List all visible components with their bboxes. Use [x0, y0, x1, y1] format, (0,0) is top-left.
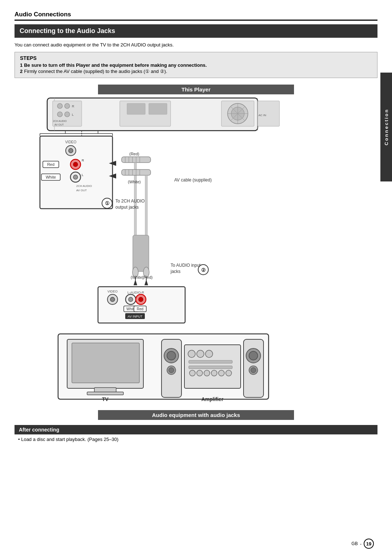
connection-sidebar: Connection — [380, 73, 392, 181]
svg-text:②: ② — [201, 267, 206, 273]
svg-text:R: R — [82, 159, 84, 162]
svg-rect-14 — [149, 103, 167, 114]
svg-text:L: L — [82, 173, 83, 177]
svg-rect-66 — [145, 175, 147, 242]
svg-point-119 — [204, 370, 210, 376]
svg-text:AC IN: AC IN — [258, 114, 266, 117]
svg-point-118 — [197, 370, 203, 376]
svg-text:Amplifier: Amplifier — [201, 396, 224, 402]
page-num: 19 — [364, 539, 374, 549]
svg-point-4 — [57, 103, 62, 109]
svg-text:To 2CH AUDIO: To 2CH AUDIO — [115, 199, 145, 204]
svg-text:Red: Red — [137, 307, 143, 311]
svg-text:AV OUT: AV OUT — [54, 123, 64, 126]
svg-point-30 — [73, 162, 78, 167]
diagram-area: This Player R L 2CH AUDIO AV OUT — [15, 85, 377, 420]
svg-point-113 — [197, 350, 204, 357]
svg-text:2CH AUDIO: 2CH AUDIO — [76, 184, 92, 188]
svg-text:L-AUDIO-R: L-AUDIO-R — [127, 291, 144, 294]
svg-text:L: L — [72, 113, 74, 116]
svg-text:(White): (White) — [128, 180, 140, 184]
svg-point-122 — [226, 370, 232, 376]
svg-text:VIDEO: VIDEO — [107, 290, 118, 293]
after-connecting-header: After connecting — [15, 425, 377, 434]
svg-rect-72 — [133, 235, 149, 271]
section-header: Connecting to the Audio Jacks — [15, 24, 377, 38]
svg-text:TV: TV — [102, 396, 109, 402]
audio-equip-bar: Audio equipment with audio jacks — [98, 410, 294, 420]
svg-point-126 — [249, 351, 258, 360]
page-number-area: GB - 19 — [351, 539, 374, 549]
svg-point-90 — [128, 297, 133, 302]
svg-text:White: White — [46, 175, 56, 179]
svg-point-114 — [205, 350, 213, 357]
svg-point-8 — [65, 112, 70, 117]
svg-rect-116 — [189, 366, 232, 369]
after-connecting-content: • Load a disc and start playback. (Pages… — [15, 437, 377, 442]
svg-rect-104 — [87, 392, 123, 395]
svg-text:(Red): (Red) — [143, 275, 153, 279]
svg-text:①: ① — [105, 200, 110, 206]
diagram-svg-wrap: R L 2CH AUDIO AV OUT AC IN — [15, 94, 377, 410]
svg-text:VIDEO: VIDEO — [65, 140, 76, 144]
svg-point-117 — [189, 370, 195, 376]
svg-text:Red: Red — [47, 162, 54, 167]
player-bar: This Player — [98, 85, 294, 94]
svg-rect-115 — [189, 360, 232, 363]
step-2: 2Firmly connect the AV cable (supplied) … — [20, 69, 372, 74]
svg-point-121 — [219, 370, 224, 376]
intro-text: You can connect audio equipment or the T… — [15, 42, 377, 48]
svg-point-110 — [169, 368, 174, 373]
svg-point-108 — [167, 351, 176, 360]
svg-point-120 — [211, 370, 217, 376]
page-dash: - — [360, 541, 362, 547]
steps-list: 1Be sure to turn off this Player and the… — [20, 62, 372, 74]
sidebar-label: Connection — [384, 109, 389, 146]
svg-point-5 — [65, 103, 70, 109]
svg-text:To AUDIO input: To AUDIO input — [171, 263, 201, 268]
svg-point-27 — [69, 148, 73, 153]
svg-text:output jacks: output jacks — [115, 205, 139, 210]
main-diagram: R L 2CH AUDIO AV OUT AC IN — [18, 94, 374, 410]
page-gb-label: GB — [351, 541, 358, 546]
svg-text:AV cable (supplied): AV cable (supplied) — [174, 177, 212, 183]
svg-text:R: R — [72, 105, 74, 108]
svg-point-35 — [73, 175, 78, 179]
svg-rect-13 — [127, 103, 145, 114]
svg-point-87 — [110, 297, 115, 302]
svg-point-128 — [251, 368, 256, 373]
svg-point-92 — [139, 297, 143, 302]
page-title: Audio Connections — [15, 11, 377, 21]
svg-text:2CH AUDIO: 2CH AUDIO — [53, 120, 67, 122]
svg-text:jacks: jacks — [170, 269, 180, 274]
step-1: 1Be sure to turn off this Player and the… — [20, 62, 372, 68]
svg-text:AV INPUT: AV INPUT — [128, 315, 143, 318]
svg-text:(White): (White) — [131, 275, 143, 279]
steps-title: STEPS — [20, 55, 372, 61]
svg-text:AV OUT: AV OUT — [76, 189, 87, 192]
svg-rect-102 — [72, 343, 139, 383]
svg-point-112 — [188, 350, 195, 357]
svg-point-7 — [57, 112, 62, 117]
svg-text:(Red): (Red) — [129, 152, 139, 156]
steps-box: STEPS 1Be sure to turn off this Player a… — [15, 52, 377, 78]
